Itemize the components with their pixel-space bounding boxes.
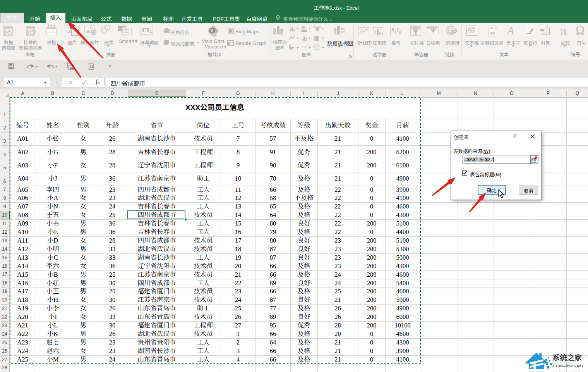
svg-text:系统之家: 系统之家	[552, 352, 582, 362]
svg-text:XITONGZHIJIA.NET: XITONGZHIJIA.NET	[552, 370, 584, 372]
svg-text:XITONGZHIJIA.NET: XITONGZHIJIA.NET	[552, 364, 584, 368]
